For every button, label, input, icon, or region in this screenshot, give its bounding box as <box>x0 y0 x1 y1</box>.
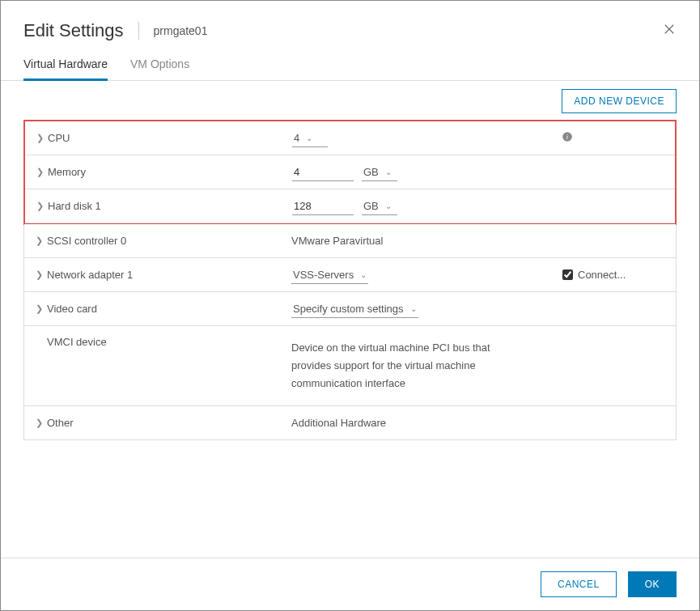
video-select[interactable]: Specify custom settings ⌄ <box>291 300 418 318</box>
cancel-button[interactable]: CANCEL <box>541 571 617 597</box>
video-label: Video card <box>47 303 97 315</box>
connect-checkbox[interactable] <box>562 269 573 280</box>
ok-button[interactable]: OK <box>628 571 677 597</box>
chevron-right-icon[interactable]: ❯ <box>36 133 48 143</box>
network-value: VSS-Servers <box>293 269 354 281</box>
edit-settings-dialog: Edit Settings prmgate01 Virtual Hardware… <box>0 0 700 611</box>
dialog-header: Edit Settings prmgate01 <box>1 1 699 41</box>
memory-label: Memory <box>48 166 86 178</box>
hard-disk-input[interactable] <box>292 197 354 215</box>
header-divider <box>138 22 139 40</box>
video-value: Specify custom settings <box>293 303 404 315</box>
tab-bar: Virtual Hardware VM Options <box>1 41 699 81</box>
row-network: ❯ Network adapter 1 VSS-Servers ⌄ Connec… <box>24 258 676 292</box>
hard-disk-label: Hard disk 1 <box>48 200 101 212</box>
toolbar: ADD NEW DEVICE <box>1 81 699 120</box>
info-icon[interactable]: i <box>562 131 573 145</box>
hard-disk-unit-value: GB <box>363 200 379 212</box>
row-hard-disk: ❯ Hard disk 1 GB ⌄ <box>25 189 675 223</box>
vmci-label: VMCI device <box>47 336 107 348</box>
chevron-down-icon: ⌄ <box>410 304 417 313</box>
content-area: ❯ CPU 4 ⌄ i <box>1 120 699 558</box>
hardware-table: ❯ CPU 4 ⌄ i <box>23 120 677 440</box>
row-cpu: ❯ CPU 4 ⌄ i <box>25 121 675 155</box>
highlight-box: ❯ CPU 4 ⌄ i <box>23 120 677 225</box>
row-memory: ❯ Memory GB ⌄ <box>25 155 675 189</box>
cpu-label: CPU <box>48 132 70 144</box>
tab-vm-options[interactable]: VM Options <box>130 57 189 80</box>
chevron-down-icon: ⌄ <box>385 168 392 176</box>
scsi-label: SCSI controller 0 <box>47 235 126 247</box>
other-label: Other <box>47 417 74 429</box>
memory-unit-select[interactable]: GB ⌄ <box>362 163 397 181</box>
network-select[interactable]: VSS-Servers ⌄ <box>291 266 368 284</box>
row-vmci: ❯ VMCI device Device on the virtual mach… <box>24 326 676 406</box>
connect-label: Connect... <box>578 269 626 281</box>
chevron-right-icon[interactable]: ❯ <box>36 418 47 428</box>
chevron-right-icon[interactable]: ❯ <box>36 201 48 211</box>
cpu-value: 4 <box>294 132 299 144</box>
network-label: Network adapter 1 <box>47 269 133 281</box>
hard-disk-unit-select[interactable]: GB ⌄ <box>362 197 397 215</box>
dialog-footer: CANCEL OK <box>1 558 699 610</box>
chevron-right-icon[interactable]: ❯ <box>36 167 48 177</box>
chevron-right-icon[interactable]: ❯ <box>36 269 47 280</box>
row-other: ❯ Other Additional Hardware <box>24 406 676 440</box>
add-new-device-button[interactable]: ADD NEW DEVICE <box>562 89 677 113</box>
tab-virtual-hardware[interactable]: Virtual Hardware <box>23 57 108 81</box>
chevron-right-icon[interactable]: ❯ <box>36 303 47 314</box>
vmci-value: Device on the virtual machine PCI bus th… <box>291 336 562 396</box>
chevron-down-icon: ⌄ <box>306 134 312 142</box>
dialog-subtitle: prmgate01 <box>154 24 208 37</box>
row-scsi: ❯ SCSI controller 0 VMware Paravirtual <box>24 224 676 258</box>
dialog-title: Edit Settings <box>23 20 124 41</box>
memory-unit-value: GB <box>363 166 379 178</box>
chevron-right-icon[interactable]: ❯ <box>36 235 47 246</box>
chevron-down-icon: ⌄ <box>360 270 367 279</box>
row-video: ❯ Video card Specify custom settings ⌄ <box>24 292 676 326</box>
scsi-value: VMware Paravirtual <box>291 235 383 247</box>
cpu-select[interactable]: 4 ⌄ <box>292 129 328 147</box>
memory-input[interactable] <box>292 163 354 181</box>
close-icon[interactable] <box>662 22 677 39</box>
chevron-down-icon: ⌄ <box>385 202 392 210</box>
connect-checkbox-wrap[interactable]: Connect... <box>562 269 626 281</box>
other-value: Additional Hardware <box>291 417 386 429</box>
